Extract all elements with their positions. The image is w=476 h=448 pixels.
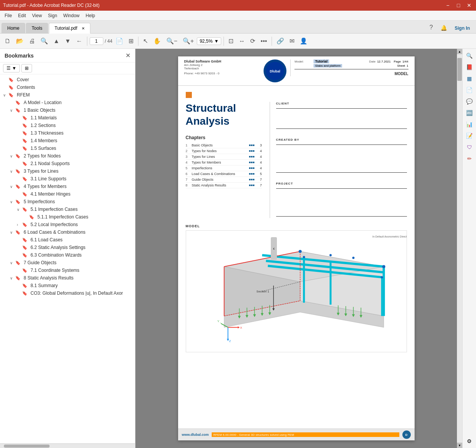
- print-button[interactable]: 🖨: [27, 36, 37, 46]
- bookmark-item-co3[interactable]: 🔖CO3: Global Deformations |u|, In Defaul…: [0, 289, 135, 297]
- toggle-icon[interactable]: ∨: [3, 93, 8, 97]
- panel-view-button[interactable]: ☰ ▼: [3, 64, 20, 72]
- link-button[interactable]: 🔗: [274, 36, 286, 46]
- rs-bookmark-button[interactable]: 📕: [464, 62, 475, 72]
- new-file-button[interactable]: 📄: [113, 36, 125, 46]
- bookmark-item-4.1[interactable]: 🔖4.1 Member Hinges: [0, 190, 135, 198]
- fit-page-button[interactable]: ⊡: [226, 36, 236, 46]
- bookmark-item-1.3[interactable]: 🔖1.3 Thicknesses: [0, 129, 135, 137]
- rs-stamp-button[interactable]: 📝: [464, 130, 475, 141]
- panel-expand-button[interactable]: ⊞: [21, 64, 32, 72]
- bookmark-item-1.2[interactable]: 🔖1.2 Sections: [0, 122, 135, 129]
- menu-window[interactable]: Window: [60, 12, 83, 19]
- bookmark-item-1-basic[interactable]: ∨🔖1 Basic Objects: [0, 106, 135, 114]
- toggle-icon[interactable]: ∨: [10, 200, 14, 204]
- bell-icon[interactable]: 🔔: [437, 22, 450, 33]
- pdf-scroll[interactable]: Dlubal Software GmbH Am Zellweg 2 Tiefen…: [135, 49, 457, 448]
- mail-button[interactable]: ✉: [287, 36, 297, 46]
- toggle-icon[interactable]: ∨: [10, 169, 14, 173]
- collapse-panel-button[interactable]: ‹: [271, 237, 277, 260]
- toggle-icon[interactable]: ∨: [10, 261, 14, 265]
- bookmark-item-8-static[interactable]: ∨🔖8 Static Analysis Results: [0, 274, 135, 282]
- panel-close-button[interactable]: ✕: [125, 52, 130, 59]
- toggle-icon[interactable]: ›: [17, 223, 21, 227]
- bookmark-item-2-nodes[interactable]: ∨🔖2 Types for Nodes: [0, 152, 135, 160]
- bookmark-item-3-lines[interactable]: ∨🔖3 Types for Lines: [0, 167, 135, 175]
- toggle-icon[interactable]: ∨: [10, 230, 14, 234]
- rs-export-button[interactable]: 📄: [464, 85, 475, 95]
- bookmark-item-5.1.1[interactable]: 🔖5.1.1 Imperfection Cases: [0, 213, 135, 221]
- bookmark-item-6.2[interactable]: 🔖6.2 Static Analysis Settings: [0, 244, 135, 251]
- prev-page-button[interactable]: ▲: [51, 36, 62, 46]
- close-button[interactable]: ✕: [465, 2, 473, 8]
- vertical-scrollbar[interactable]: ▲ ▼: [457, 49, 462, 448]
- bookmark-item-7.1[interactable]: 🔖7.1 Coordinate Systems: [0, 267, 135, 274]
- more-button[interactable]: •••: [258, 36, 269, 46]
- rs-redact-button[interactable]: 🛡: [464, 142, 475, 153]
- bookmark-item-8.1[interactable]: 🔖8.1 Summary: [0, 282, 135, 289]
- rs-zoom-button[interactable]: 🔍: [464, 50, 475, 61]
- toggle-icon[interactable]: ∨: [10, 276, 14, 280]
- tab-close-icon[interactable]: ✕: [82, 26, 85, 31]
- tab-document[interactable]: Tutorial.pdf ✕: [49, 23, 90, 34]
- menu-view[interactable]: View: [29, 12, 45, 19]
- help-icon[interactable]: ?: [425, 22, 437, 33]
- rs-comment-button[interactable]: 💬: [464, 96, 475, 107]
- dual-page-button[interactable]: ⊞: [126, 36, 136, 46]
- bookmark-item-2.1[interactable]: 🔖2.1 Nodal Supports: [0, 160, 135, 167]
- bookmark-item-1.1[interactable]: 🔖1.1 Materials: [0, 114, 135, 122]
- bookmark-item-1.5[interactable]: 🔖1.5 Surfaces: [0, 145, 135, 152]
- fit-width-button[interactable]: ↔: [236, 36, 247, 46]
- toggle-icon[interactable]: ∨: [17, 207, 21, 212]
- hand-button[interactable]: ✋: [151, 36, 163, 46]
- bookmark-item-7-guide[interactable]: ∨🔖7 Guide Objects: [0, 259, 135, 267]
- new-button[interactable]: 🗋: [2, 36, 13, 46]
- open-button[interactable]: 📂: [14, 36, 26, 46]
- zoom-in-small[interactable]: 🔍: [38, 36, 50, 46]
- menu-file[interactable]: File: [2, 12, 15, 19]
- bookmark-item-5-imperf[interactable]: ∨🔖5 Imperfections: [0, 198, 135, 206]
- bookmark-item-5.2[interactable]: ›🔖5.2 Local Imperfections: [0, 221, 135, 228]
- model-image: In Default Axonometric Direction: [186, 230, 407, 352]
- user-button[interactable]: 👤: [298, 36, 310, 46]
- toggle-icon[interactable]: ∨: [10, 154, 14, 158]
- scroll-up-button[interactable]: ▲: [457, 49, 462, 54]
- tab-tools[interactable]: Tools: [26, 23, 48, 33]
- bookmark-item-cover[interactable]: 🔖Cover: [0, 76, 135, 83]
- bookmark-item-1.4[interactable]: 🔖1.4 Members: [0, 137, 135, 145]
- toggle-icon[interactable]: ∨: [10, 108, 14, 112]
- page-input[interactable]: [90, 37, 103, 45]
- bookmark-item-6.3[interactable]: 🔖6.3 Combination Wizards: [0, 251, 135, 259]
- rs-expand-button[interactable]: ⚙: [464, 436, 475, 446]
- back-button[interactable]: ←: [74, 36, 85, 46]
- scroll-down-button[interactable]: ▼: [457, 443, 462, 448]
- zoom-selector[interactable]: 92,5% ▼: [197, 37, 221, 45]
- menu-edit[interactable]: Edit: [15, 12, 29, 19]
- minimize-button[interactable]: −: [444, 2, 452, 8]
- signin-button[interactable]: Sign In: [450, 23, 474, 33]
- menu-sign[interactable]: Sign: [45, 12, 60, 19]
- rs-sign-button[interactable]: ✏: [464, 153, 475, 164]
- bookmark-item-contents[interactable]: 🔖Contents: [0, 83, 135, 91]
- rs-compare-button[interactable]: ▦: [464, 73, 475, 84]
- bookmark-item-4-members[interactable]: ∨🔖4 Types for Members: [0, 183, 135, 190]
- bookmark-item-6-load[interactable]: ∨🔖6 Load Cases & Combinations: [0, 228, 135, 236]
- scroll-thumb[interactable]: [457, 58, 462, 81]
- toggle-icon[interactable]: ∨: [10, 185, 14, 189]
- rs-translate-button[interactable]: 🔤: [464, 108, 475, 118]
- bookmark-item-6.1[interactable]: 🔖6.1 Load Cases: [0, 236, 135, 244]
- zoom-out-button[interactable]: 🔍−: [164, 36, 180, 46]
- bookmark-item-5.1[interactable]: ∨🔖5.1 Imperfection Cases: [0, 206, 135, 213]
- cursor-button[interactable]: ↖: [141, 36, 150, 46]
- maximize-button[interactable]: □: [455, 2, 462, 8]
- next-page-button[interactable]: ▼: [63, 36, 73, 46]
- rotate-button[interactable]: ⟳: [248, 36, 257, 46]
- menu-help[interactable]: Help: [83, 12, 98, 19]
- bookmark-item-a-model[interactable]: 🔖A Model - Location: [0, 99, 135, 106]
- zoom-in-button[interactable]: 🔍+: [180, 36, 196, 46]
- rs-measure-button[interactable]: 📊: [464, 119, 475, 130]
- tab-home[interactable]: Home: [2, 23, 25, 33]
- bookmark-item-3.1[interactable]: 🔖3.1 Line Supports: [0, 175, 135, 183]
- bookmark-item-rfem[interactable]: ∨🔖RFEM: [0, 91, 135, 99]
- horizontal-scrollbar[interactable]: [0, 443, 135, 448]
